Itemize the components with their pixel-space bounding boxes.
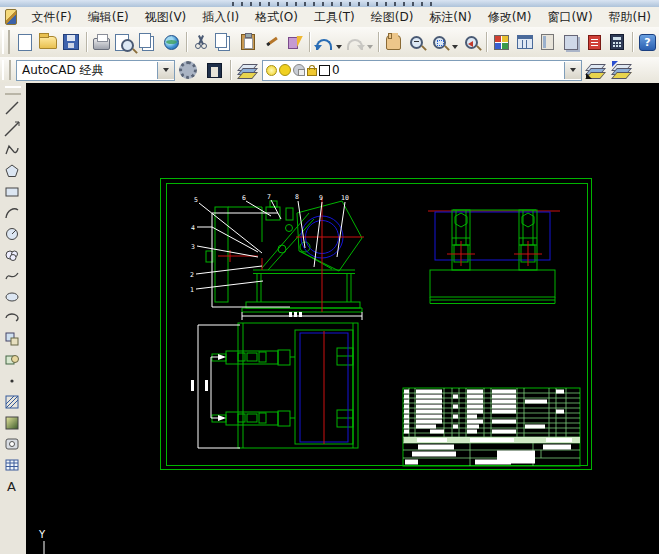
plot-preview-button[interactable]: [114, 30, 135, 54]
multiline-text-tool[interactable]: A: [0, 475, 24, 496]
workspace-settings-button[interactable]: [176, 58, 200, 82]
arc-tool[interactable]: [0, 202, 24, 223]
brush-icon: [264, 35, 278, 49]
toolbar-grip[interactable]: [2, 60, 11, 81]
sheet-set-button[interactable]: [560, 30, 581, 54]
layer-viewport-icon[interactable]: [293, 64, 305, 76]
svg-text:2: 2: [190, 271, 194, 279]
paste-button[interactable]: [237, 30, 258, 54]
hatch-icon: [4, 394, 20, 410]
spline-tool[interactable]: [0, 265, 24, 286]
my-workspace-button[interactable]: [202, 58, 226, 82]
menu-edit[interactable]: 编辑(E): [80, 7, 137, 28]
chevron-down-icon: [570, 68, 576, 72]
menu-format[interactable]: 格式(O): [247, 7, 306, 28]
workspace-dropdown-button[interactable]: [157, 62, 174, 79]
undo-button[interactable]: [314, 30, 335, 54]
layer-color-swatch[interactable]: [319, 65, 330, 76]
hatch-tool[interactable]: [0, 391, 24, 412]
layer-unlock-icon[interactable]: [307, 68, 317, 76]
cut-button[interactable]: [191, 30, 212, 54]
layer-make-current-icon: [588, 64, 603, 77]
markup-set-button[interactable]: [584, 30, 605, 54]
quickcalc-button[interactable]: [607, 30, 628, 54]
layer-name: 0: [332, 63, 340, 77]
make-object-layer-current-button[interactable]: [583, 58, 607, 82]
polyline-tool[interactable]: [0, 139, 24, 160]
line-tool[interactable]: [0, 97, 24, 118]
rectangle-tool[interactable]: [0, 181, 24, 202]
layer-thaw-sun-icon[interactable]: [279, 64, 291, 76]
separator: [86, 32, 87, 52]
drawing-canvas[interactable]: 1 2 3 4 5 6 7 8 9 10: [26, 83, 659, 554]
layer-dropdown-button[interactable]: [564, 62, 581, 79]
redo-button[interactable]: [345, 30, 366, 54]
properties-palette-icon: [494, 35, 509, 50]
zoom-previous-button[interactable]: [461, 30, 482, 54]
match-properties-button[interactable]: [260, 30, 281, 54]
zoom-window-button[interactable]: [429, 30, 450, 54]
ellipse-arc-tool[interactable]: [0, 307, 24, 328]
circle-tool[interactable]: [0, 223, 24, 244]
make-block-tool[interactable]: [0, 349, 24, 370]
gradient-tool[interactable]: [0, 412, 24, 433]
menu-tools[interactable]: 工具(T): [306, 7, 363, 28]
menu-dimension[interactable]: 标注(N): [421, 7, 479, 28]
designcenter-icon: [517, 35, 533, 49]
menu-insert[interactable]: 插入(I): [194, 7, 247, 28]
properties-button[interactable]: [491, 30, 512, 54]
construction-line-tool[interactable]: [0, 118, 24, 139]
revision-cloud-icon: [4, 247, 20, 263]
drawing-content: 1 2 3 4 5 6 7 8 9 10: [26, 83, 659, 554]
web-button[interactable]: [161, 30, 182, 54]
redo-arrow-icon: [347, 39, 363, 50]
menu-window[interactable]: 窗口(W): [539, 7, 600, 28]
toolbar-grip[interactable]: [5, 86, 21, 95]
designcenter-button[interactable]: [514, 30, 535, 54]
layer-properties-button[interactable]: [235, 58, 259, 82]
pan-button[interactable]: [383, 30, 404, 54]
markup-icon: [588, 35, 601, 50]
tool-palettes-button[interactable]: [537, 30, 558, 54]
dim-text-mark: [191, 380, 194, 391]
menu-file[interactable]: 文件(F): [23, 7, 79, 28]
help-button[interactable]: ?: [637, 30, 658, 54]
zoom-realtime-button[interactable]: [406, 30, 427, 54]
plot-button[interactable]: [91, 30, 112, 54]
calculator-icon: [610, 34, 624, 50]
menu-view[interactable]: 视图(V): [137, 7, 195, 28]
open-button[interactable]: [38, 30, 59, 54]
menu-draw[interactable]: 绘图(D): [363, 7, 422, 28]
layer-combobox[interactable]: 0: [262, 60, 582, 81]
insert-block-tool[interactable]: [0, 328, 24, 349]
block-editor-button[interactable]: [284, 30, 305, 54]
zoom-dropdown[interactable]: [452, 45, 458, 49]
separator: [309, 32, 310, 52]
region-tool[interactable]: [0, 433, 24, 454]
scissors-icon: [194, 35, 208, 49]
point-tool[interactable]: [0, 370, 24, 391]
save-button[interactable]: [61, 30, 82, 54]
undo-dropdown[interactable]: [336, 45, 342, 49]
copy-button[interactable]: [214, 30, 235, 54]
chevron-down-icon: [163, 68, 169, 72]
revision-cloud-tool[interactable]: [0, 244, 24, 265]
toolbar-grip[interactable]: [2, 30, 10, 54]
redo-dropdown[interactable]: [367, 45, 373, 49]
app-icon[interactable]: [5, 9, 17, 25]
side-elevation-view: 1 2 3 4 5 6 7 8 9 10: [190, 193, 364, 320]
new-button[interactable]: [14, 30, 35, 54]
publish-button[interactable]: [137, 30, 158, 54]
zoom-previous-icon: [465, 36, 478, 49]
menu-help[interactable]: 帮助(H): [601, 7, 659, 28]
table-tool[interactable]: [0, 454, 24, 475]
layer-previous-button[interactable]: [609, 58, 633, 82]
separator: [486, 32, 487, 52]
ellipse-tool[interactable]: [0, 286, 24, 307]
menu-modify[interactable]: 修改(M): [480, 7, 540, 28]
zoom-window-icon: [433, 36, 446, 49]
layer-on-bulb-icon[interactable]: [266, 65, 277, 76]
workspace-combobox[interactable]: AutoCAD 经典: [16, 60, 175, 81]
polygon-tool[interactable]: [0, 160, 24, 181]
svg-text:6: 6: [242, 194, 246, 202]
